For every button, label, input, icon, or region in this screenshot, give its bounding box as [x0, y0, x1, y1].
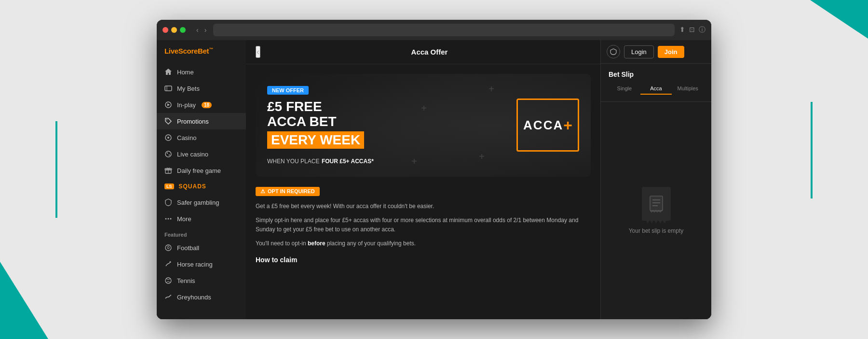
acca-logo: ACCA + [516, 99, 579, 152]
bet-slip-header: Bet Slip Single Acca Multiples [601, 64, 711, 102]
svg-point-13 [165, 218, 167, 220]
hero-banner: + + + + NEW OFFER £5 FREE ACCA BET EVERY… [256, 74, 591, 177]
sidebar-item-casino[interactable]: Casino [157, 129, 246, 146]
safer-gambling-label: Safer gambling [177, 199, 219, 206]
main-area: ‹ Acca Offer + + + + NEW OFFER £5 FREE [246, 40, 600, 319]
hero-left: NEW OFFER £5 FREE ACCA BET EVERY WEEK WH… [267, 85, 374, 165]
plus-decoration-1: + [488, 84, 494, 95]
svg-marker-17 [167, 246, 169, 249]
browser-chrome: ‹ › ⬆ ⊡ ⓘ [157, 20, 711, 40]
svg-rect-21 [650, 196, 663, 211]
empty-slip-text: Your bet slip is empty [629, 227, 684, 234]
hero-title: £5 FREE ACCA BET [267, 99, 374, 129]
svg-point-4 [166, 119, 167, 120]
corner-decoration-br [0, 262, 48, 339]
my-bets-label: My Bets [177, 85, 200, 92]
promotions-label: Promotions [177, 118, 209, 125]
gift-icon [164, 167, 172, 174]
tennis-label: Tennis [177, 277, 195, 284]
frame-accent-left [55, 121, 57, 218]
sidebar-item-safer-gambling[interactable]: Safer gambling [157, 194, 246, 211]
sidebar-item-live-casino[interactable]: Live casino [157, 146, 246, 162]
opt-in-section: ⚠ OPT IN REQUIRED Get a £5 free bet ever… [256, 186, 591, 264]
close-button[interactable] [163, 27, 168, 33]
football-label: Football [177, 244, 199, 252]
tab-acca[interactable]: Acca [640, 83, 672, 95]
maximize-button[interactable] [180, 27, 186, 33]
plus-decoration-4: + [411, 156, 417, 167]
sidebar-item-more[interactable]: More [157, 211, 246, 227]
address-bar[interactable] [213, 24, 675, 36]
sidebar-item-tennis[interactable]: Tennis [157, 272, 246, 289]
new-offer-badge: NEW OFFER [267, 86, 309, 95]
back-button[interactable]: ‹ [256, 46, 260, 58]
tab-single[interactable]: Single [609, 83, 640, 95]
featured-section-label: Featured [157, 227, 246, 240]
browser-back-button[interactable]: ‹ [194, 25, 201, 35]
frame-accent-right [811, 102, 813, 198]
receipt-icon [642, 187, 671, 221]
opt-in-text: OPT IN REQUIRED [268, 188, 315, 194]
more-icon [164, 215, 172, 223]
casino-icon [164, 134, 172, 141]
content-header: ‹ Acca Offer [246, 40, 600, 64]
acca-box: ACCA + [516, 99, 579, 152]
bet-slip-empty: Your bet slip is empty [601, 102, 711, 319]
daily-free-game-label: Daily free game [177, 167, 221, 174]
more-label: More [177, 215, 191, 223]
hero-title-line1: £5 FREE [267, 99, 374, 114]
sidebar-item-daily-free-game[interactable]: Daily free game [157, 162, 246, 179]
tennis-icon [164, 277, 172, 284]
football-icon [164, 244, 172, 252]
promo-body-2: Simply opt-in here and place four £5+ ac… [256, 216, 591, 234]
app-container: LiveScoreBet™ Home [157, 40, 711, 319]
casino-label: Casino [177, 134, 196, 141]
hero-subtitle-when: WHEN YOU PLACE [267, 158, 319, 165]
corner-decoration-tl [810, 0, 868, 39]
svg-point-19 [165, 278, 171, 283]
view-icon[interactable]: ⊡ [689, 26, 695, 34]
promo-content: + + + + NEW OFFER £5 FREE ACCA BET EVERY… [246, 64, 600, 319]
opt-in-badge[interactable]: ⚠ OPT IN REQUIRED [256, 187, 320, 196]
svg-point-6 [167, 137, 169, 139]
svg-point-15 [170, 218, 172, 220]
hero-highlight: EVERY WEEK [267, 131, 364, 149]
sidebar-item-in-play[interactable]: In-play 18 [157, 97, 246, 113]
share-icon[interactable]: ⬆ [679, 26, 685, 34]
sidebar-item-promotions[interactable]: Promotions [157, 113, 246, 129]
sidebar-item-home[interactable]: Home [157, 64, 246, 80]
svg-point-8 [167, 153, 168, 154]
sidebar-item-football[interactable]: Football [157, 240, 246, 256]
horse-racing-label: Horse racing [177, 261, 213, 268]
security-icon [607, 45, 620, 58]
tab-multiples[interactable]: Multiples [672, 83, 704, 95]
acca-text: ACCA [523, 118, 563, 133]
home-icon [164, 68, 172, 76]
logo-accent: Bet [198, 47, 209, 55]
home-label: Home [177, 69, 194, 76]
logo-text: LiveScore [164, 47, 198, 55]
minimize-button[interactable] [171, 27, 177, 33]
in-play-badge: 18 [202, 102, 212, 108]
login-button[interactable]: Login [624, 45, 654, 58]
live-casino-icon [164, 150, 172, 158]
logo-sup: ™ [209, 47, 213, 52]
sidebar-item-squads[interactable]: LS SQUADS [157, 179, 246, 194]
info-icon[interactable]: ⓘ [699, 26, 705, 34]
greyhounds-label: Greyhounds [177, 294, 211, 301]
promo-body-1: Get a £5 free bet every week! With our a… [256, 202, 591, 211]
squads-label: SQUADS [179, 183, 206, 190]
svg-point-18 [170, 261, 171, 263]
sidebar-nav: Home My Bets [157, 62, 246, 307]
sidebar-item-horse-racing[interactable]: Horse racing [157, 256, 246, 272]
browser-forward-button[interactable]: › [203, 25, 209, 35]
horse-icon [164, 260, 172, 268]
sidebar-item-my-bets[interactable]: My Bets [157, 80, 246, 97]
plus-decoration-2: + [421, 103, 427, 114]
sidebar-item-greyhounds[interactable]: Greyhounds [157, 289, 246, 305]
join-button[interactable]: Join [658, 46, 684, 58]
svg-point-9 [169, 155, 170, 155]
play-icon [164, 101, 172, 109]
hero-title-line2: ACCA BET [267, 114, 374, 129]
how-to-claim-heading: How to claim [256, 256, 591, 264]
